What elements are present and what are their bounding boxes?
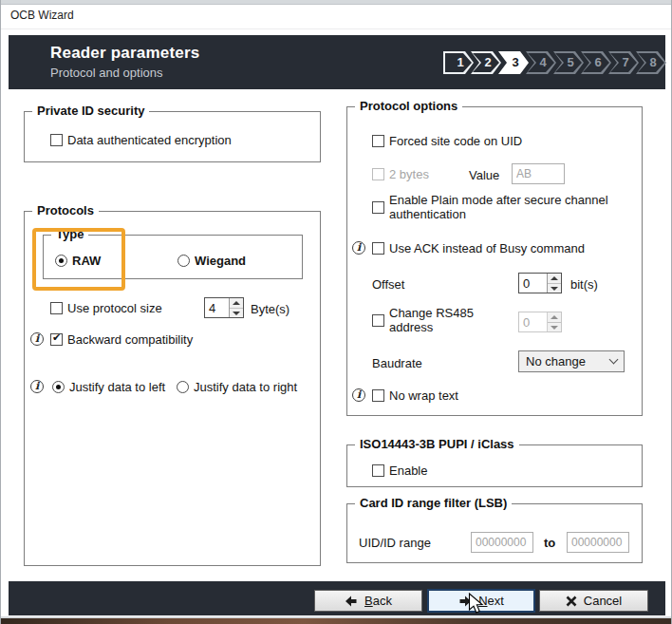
value-label: Value xyxy=(469,168,499,182)
step-number: 5 xyxy=(553,51,584,74)
radio-wiegand[interactable]: Wiegand xyxy=(177,254,246,268)
checkbox-box xyxy=(372,168,384,180)
checkbox-box xyxy=(50,134,63,146)
spin-down-button xyxy=(548,323,561,332)
checkbox-label: Backward compatibility xyxy=(67,332,193,347)
radio-button xyxy=(177,255,190,267)
step-number: 1 xyxy=(443,51,474,74)
back-button[interactable]: Back xyxy=(314,590,422,612)
checkbox-2-bytes: 2 bytes xyxy=(372,167,429,181)
spinner-value: 4 xyxy=(205,298,229,317)
spin-down-button[interactable] xyxy=(230,309,243,318)
spinner-value: 0 xyxy=(519,312,547,331)
to-label: to xyxy=(544,536,555,550)
offset-label: Offset xyxy=(372,277,404,292)
spin-down-button[interactable] xyxy=(548,284,561,293)
step-7: 7 xyxy=(608,51,639,74)
checkbox-label: Enable xyxy=(389,463,427,478)
protocols-legend: Protocols xyxy=(32,203,99,217)
step-number: 3 xyxy=(498,51,529,74)
chevron-down-icon xyxy=(609,355,619,365)
step-number: 8 xyxy=(636,51,666,74)
protocol-size-spinner[interactable]: 4 xyxy=(204,297,244,318)
checkbox-change-rs485[interactable]: Change RS485 address xyxy=(372,306,495,334)
checkbox-box xyxy=(372,314,384,327)
spinner-buttons xyxy=(547,312,561,331)
ocb-wizard-window: OCB Wizard Reader parameters Protocol an… xyxy=(0,0,672,624)
window-title: OCB Wizard xyxy=(10,9,74,22)
uid-id-range-label: UID/ID range xyxy=(359,536,431,550)
step-number: 6 xyxy=(581,51,611,74)
step-number: 4 xyxy=(526,51,556,74)
spinner-value: 0 xyxy=(519,274,547,293)
checkbox-label: Forced site code on UID xyxy=(389,134,522,148)
wizard-header: Reader parameters Protocol and options 1… xyxy=(9,35,665,89)
checkbox-box xyxy=(372,464,384,477)
checkbox-iso-enable[interactable]: Enable xyxy=(372,463,427,478)
info-icon[interactable] xyxy=(352,388,365,402)
step-2: 2 xyxy=(471,51,501,74)
step-3-current: 3 xyxy=(498,51,529,74)
radio-justify-left[interactable]: Justify data to left xyxy=(52,380,165,394)
checkbox-data-authenticated-encryption[interactable]: Data authenticated encryption xyxy=(50,133,232,147)
spin-up-button xyxy=(548,312,561,323)
iso14443-legend: ISO14443-3B PUPI / iClass xyxy=(355,437,519,451)
baudrate-selected-value: No change xyxy=(526,354,586,369)
step-4: 4 xyxy=(526,51,556,74)
checkbox-box xyxy=(50,302,63,314)
checkbox-no-wrap-text[interactable]: No wrap text xyxy=(372,388,458,403)
offset-spinner[interactable]: 0 xyxy=(518,273,562,293)
spin-up-button[interactable] xyxy=(230,298,243,309)
page-title: Reader parameters xyxy=(50,44,199,63)
spin-up-button[interactable] xyxy=(548,274,561,284)
checkbox-use-protocol-size[interactable]: Use protocol size xyxy=(50,301,162,315)
checkbox-label: 2 bytes xyxy=(389,167,429,181)
radio-button xyxy=(177,381,189,393)
window-titlebar[interactable]: OCB Wizard xyxy=(1,5,672,28)
rs485-address-spinner: 0 xyxy=(518,312,562,332)
checkbox-box xyxy=(372,242,384,255)
info-icon[interactable] xyxy=(352,241,365,255)
step-1: 1 xyxy=(443,51,474,74)
checkbox-plain-mode[interactable]: Enable Plain mode after secure channel a… xyxy=(372,193,628,221)
close-icon xyxy=(566,596,577,607)
radio-button xyxy=(52,381,65,393)
value-input xyxy=(512,163,565,184)
baudrate-select[interactable]: No change xyxy=(518,350,625,372)
card-id-range-legend: Card ID range filter (LSB) xyxy=(355,496,512,510)
back-button-label: Back xyxy=(364,594,392,608)
checkbox-label: Change RS485 address xyxy=(389,306,489,334)
checkbox-forced-site-code[interactable]: Forced site code on UID xyxy=(372,134,522,148)
titlebar-divider xyxy=(1,28,672,29)
checkbox-use-ack[interactable]: Use ACK instead of Busy command xyxy=(372,241,585,255)
checkbox-label: Use ACK instead of Busy command xyxy=(389,241,585,255)
spinner-buttons xyxy=(547,274,561,293)
protocol-options-legend: Protocol options xyxy=(355,99,462,113)
checkbox-label: Data authenticated encryption xyxy=(67,133,232,147)
info-icon[interactable] xyxy=(30,332,44,346)
checkbox-box xyxy=(372,201,384,214)
step-number: 7 xyxy=(608,51,639,74)
arrow-left-icon xyxy=(345,596,358,607)
private-id-security-legend: Private ID security xyxy=(32,104,149,118)
checkbox-backward-compatibility[interactable]: Backward compatibility xyxy=(50,332,193,347)
bytes-unit-label: Byte(s) xyxy=(251,302,289,316)
uid-range-from-input xyxy=(471,532,533,553)
radio-justify-right[interactable]: Justify data to right xyxy=(177,380,297,394)
step-number: 2 xyxy=(471,51,501,74)
radio-label: Justify data to left xyxy=(69,380,165,394)
checkbox-label: No wrap text xyxy=(389,388,458,403)
baudrate-label: Baudrate xyxy=(372,356,422,370)
info-icon[interactable] xyxy=(30,380,44,393)
bits-unit-label: bit(s) xyxy=(570,277,598,292)
cancel-button[interactable]: Cancel xyxy=(539,590,648,612)
radio-label: Wiegand xyxy=(195,254,246,268)
spinner-buttons xyxy=(229,298,243,317)
checkbox-box xyxy=(372,135,384,147)
wizard-step-indicator: 1 2 3 4 5 xyxy=(443,51,666,74)
step-5: 5 xyxy=(553,51,584,74)
desktop-background xyxy=(1,618,672,624)
step-8: 8 xyxy=(636,51,666,74)
uid-range-to-input xyxy=(567,532,629,553)
orange-highlight-annotation xyxy=(32,228,125,291)
